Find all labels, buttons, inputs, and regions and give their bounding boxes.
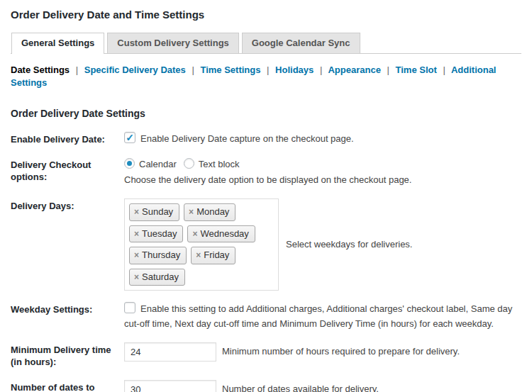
- remove-day-icon[interactable]: ×: [196, 250, 201, 260]
- enable-delivery-date-description: Enable Delivery Date capture on the chec…: [140, 133, 354, 144]
- weekday-settings-label: Weekday Settings:: [11, 291, 124, 330]
- remove-day-icon[interactable]: ×: [192, 229, 197, 239]
- text-block-radio[interactable]: [184, 158, 194, 169]
- day-tag-friday: ×Friday: [191, 247, 235, 264]
- day-tag-tuesday: ×Tuesday: [129, 225, 183, 243]
- checkmark-icon: ✓: [125, 133, 135, 143]
- weekday-settings-description: Enable this setting to add Additional ch…: [124, 303, 512, 328]
- day-tag-sunday: ×Sunday: [129, 203, 179, 221]
- delivery-checkout-options-description: Choose the delivery date option to be di…: [124, 173, 521, 187]
- number-of-dates-label: Number of dates to choose:: [11, 369, 124, 392]
- remove-day-icon[interactable]: ×: [134, 272, 139, 282]
- enable-delivery-date-label: Enable Delivery Date:: [11, 121, 124, 146]
- subnav-time-settings[interactable]: Time Settings: [200, 65, 260, 75]
- remove-day-icon[interactable]: ×: [134, 229, 139, 239]
- day-label: Sunday: [142, 206, 173, 217]
- day-tag-wednesday: ×Wednesday: [187, 225, 255, 243]
- day-tag-thursday: ×Thursday: [129, 247, 187, 264]
- subnav-separator: |: [387, 65, 389, 75]
- subnav-separator: |: [76, 65, 78, 75]
- delivery-days-description: Select weekdays for deliveries.: [286, 237, 412, 252]
- delivery-days-multiselect[interactable]: ×Sunday×Monday×Tuesday×Wednesday×Thursda…: [124, 198, 279, 291]
- row-minimum-delivery-time: Minimum Delivery time (in hours): Minimu…: [11, 331, 521, 369]
- subnav-separator: |: [443, 65, 445, 75]
- settings-tab-bar: General Settings Custom Delivery Setting…: [11, 33, 521, 54]
- subnav-separator: |: [320, 65, 322, 75]
- weekday-settings-checkbox[interactable]: [124, 302, 135, 313]
- day-label: Tuesday: [142, 228, 177, 239]
- subnav-separator: |: [192, 65, 194, 75]
- subnav-time-slot[interactable]: Time Slot: [396, 65, 437, 75]
- delivery-checkout-options-label: Delivery Checkout options:: [11, 146, 124, 187]
- row-delivery-days: Delivery Days: ×Sunday×Monday×Tuesday×We…: [11, 187, 521, 291]
- tab-custom-delivery-settings[interactable]: Custom Delivery Settings: [107, 33, 239, 53]
- day-label: Saturday: [142, 271, 179, 282]
- section-heading: Order Delivery Date Settings: [11, 108, 521, 119]
- delivery-days-label: Delivery Days:: [11, 187, 124, 291]
- text-block-radio-label: Text block: [199, 159, 240, 169]
- subnav-date-settings[interactable]: Date Settings: [11, 65, 70, 75]
- subnav-holidays[interactable]: Holidays: [275, 65, 314, 75]
- delivery-checkout-radio-group: CalendarText block: [124, 157, 521, 172]
- row-enable-delivery-date: Enable Delivery Date: ✓Enable Delivery D…: [11, 121, 521, 146]
- row-weekday-settings: Weekday Settings: Enable this setting to…: [11, 291, 521, 330]
- day-label: Monday: [196, 206, 229, 217]
- day-tag-monday: ×Monday: [184, 203, 235, 221]
- subnav-separator: |: [267, 65, 269, 75]
- row-number-of-dates: Number of dates to choose: Number of dat…: [11, 369, 521, 392]
- calendar-radio-label: Calendar: [139, 159, 177, 169]
- section-nav: Date Settings | Specific Delivery Dates …: [11, 64, 521, 89]
- number-of-dates-description: Number of dates available for delivery.: [222, 383, 379, 392]
- minimum-delivery-time-input[interactable]: [124, 342, 216, 362]
- calendar-radio[interactable]: [124, 158, 135, 169]
- minimum-delivery-time-label: Minimum Delivery time (in hours):: [11, 331, 124, 369]
- day-label: Wednesday: [200, 228, 248, 239]
- remove-day-icon[interactable]: ×: [134, 207, 139, 217]
- tab-general-settings[interactable]: General Settings: [11, 33, 104, 54]
- subnav-appearance[interactable]: Appearance: [328, 65, 380, 75]
- minimum-delivery-time-description: Minimum number of hours required to prep…: [222, 346, 460, 357]
- remove-day-icon[interactable]: ×: [189, 207, 194, 217]
- page-title: Order Delivery Date and Time Settings: [11, 9, 521, 21]
- remove-day-icon[interactable]: ×: [134, 250, 139, 260]
- subnav-specific-delivery-dates[interactable]: Specific Delivery Dates: [84, 65, 186, 75]
- settings-page: Order Delivery Date and Time Settings Ge…: [0, 0, 532, 392]
- day-label: Thursday: [142, 250, 180, 260]
- day-tag-saturday: ×Saturday: [129, 269, 185, 286]
- row-delivery-checkout-options: Delivery Checkout options: CalendarText …: [11, 146, 521, 187]
- settings-form: Enable Delivery Date: ✓Enable Delivery D…: [11, 121, 521, 392]
- enable-delivery-date-checkbox[interactable]: ✓: [124, 132, 135, 143]
- number-of-dates-input[interactable]: [124, 380, 216, 392]
- day-label: Friday: [204, 250, 229, 260]
- tab-google-calendar-sync[interactable]: Google Calendar Sync: [242, 33, 360, 53]
